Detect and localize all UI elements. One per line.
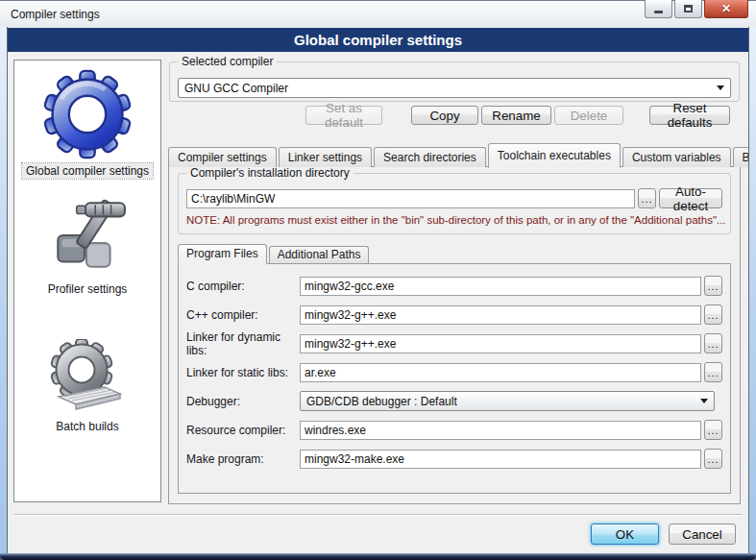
maximize-button[interactable] xyxy=(674,0,702,18)
c-compiler-input[interactable] xyxy=(300,277,701,296)
resource-compiler-input[interactable] xyxy=(300,421,701,440)
c-compiler-browse-button[interactable]: ... xyxy=(704,276,722,296)
tab-compiler-settings[interactable]: Compiler settings xyxy=(168,147,277,167)
close-button[interactable]: ✕ xyxy=(704,0,748,18)
subtab-additional-paths[interactable]: Additional Paths xyxy=(269,246,370,263)
minimize-button[interactable] xyxy=(645,0,672,18)
selected-compiler-group-label: Selected compiler xyxy=(178,55,277,68)
window-frame-left xyxy=(0,27,8,560)
window-title: Compiler settings xyxy=(11,8,100,21)
debugger-select-value: GDB/CDB debugger : Default xyxy=(306,395,457,408)
copy-button[interactable]: Copy xyxy=(411,106,478,125)
program-files-subtabs: Program Files Additional Paths xyxy=(178,244,371,263)
settings-category-sidebar: Global compiler settings xyxy=(13,60,161,502)
rename-button[interactable]: Rename xyxy=(481,106,551,125)
program-files-panel: C compiler: ... C++ compiler: ... Linker… xyxy=(178,263,731,494)
chevron-down-icon xyxy=(717,85,724,90)
installation-directory-input[interactable] xyxy=(186,189,635,208)
chevron-down-icon xyxy=(700,399,708,403)
field-label: C compiler: xyxy=(186,280,300,293)
selected-compiler-group: Selected compiler GNU GCC Compiler xyxy=(169,61,740,102)
auto-detect-button[interactable]: Auto-detect xyxy=(659,188,722,208)
ok-button[interactable]: OK xyxy=(591,523,659,545)
make-program-input[interactable] xyxy=(300,450,701,469)
window-frame-right xyxy=(748,27,756,560)
linker-static-input[interactable] xyxy=(300,363,701,382)
sidebar-item-label: Profiler settings xyxy=(44,281,132,297)
compiler-select[interactable]: GNU GCC Compiler xyxy=(178,78,731,98)
cpp-compiler-input[interactable] xyxy=(300,305,701,325)
field-row-linker-dynamic: Linker for dynamic libs: ... xyxy=(186,333,722,353)
resource-compiler-browse-button[interactable]: ... xyxy=(704,420,722,440)
installation-directory-row: ... Auto-detect xyxy=(186,188,722,208)
blue-gear-icon xyxy=(41,68,134,160)
set-as-default-button[interactable]: Set as default xyxy=(305,106,382,125)
window-controls: ✕ xyxy=(643,0,748,18)
tab-search-directories[interactable]: Search directories xyxy=(374,147,486,167)
installation-directory-note: NOTE: All programs must exist either in … xyxy=(186,214,726,226)
field-row-debugger: Debugger: GDB/CDB debugger : Default xyxy=(186,391,722,411)
field-label: Resource compiler: xyxy=(186,424,300,437)
tab-custom-variables[interactable]: Custom variables xyxy=(622,147,731,167)
compiler-settings-dialog: Compiler settings ✕ Global compiler sett… xyxy=(0,0,756,560)
sidebar-item-profiler-settings[interactable]: Profiler settings xyxy=(14,196,160,297)
subtab-program-files[interactable]: Program Files xyxy=(178,244,267,264)
compiler-select-value: GNU GCC Compiler xyxy=(184,82,288,95)
field-row-cpp-compiler: C++ compiler: ... xyxy=(186,304,722,325)
installation-directory-browse-button[interactable]: ... xyxy=(638,188,656,208)
field-row-make-program: Make program: ... xyxy=(186,449,722,469)
field-label: C++ compiler: xyxy=(186,308,300,322)
toolchain-executables-panel: Compiler's installation directory ... Au… xyxy=(168,166,741,504)
profiler-caliper-icon xyxy=(46,196,129,279)
sidebar-item-label: Batch builds xyxy=(52,419,122,434)
close-icon: ✕ xyxy=(721,3,731,14)
dialog-footer-buttons: OK Cancel xyxy=(591,523,736,545)
linker-static-browse-button[interactable]: ... xyxy=(704,362,722,382)
field-label: Make program: xyxy=(186,452,300,466)
cancel-button[interactable]: Cancel xyxy=(669,523,736,545)
batch-builds-gear-icon xyxy=(49,339,126,416)
dialog-client-area: Global compiler settings xyxy=(8,27,748,553)
linker-dynamic-input[interactable] xyxy=(300,334,701,353)
cpp-compiler-browse-button[interactable]: ... xyxy=(704,304,722,325)
tab-linker-settings[interactable]: Linker settings xyxy=(279,147,372,167)
field-row-linker-static: Linker for static libs: ... xyxy=(186,362,722,382)
field-label: Linker for static libs: xyxy=(186,366,300,379)
make-program-browse-button[interactable]: ... xyxy=(704,449,722,469)
installation-directory-group: Compiler's installation directory ... Au… xyxy=(178,173,731,234)
minimize-icon xyxy=(654,11,663,13)
settings-tabstrip: Compiler settings Linker settings Search… xyxy=(168,140,741,167)
linker-dynamic-browse-button[interactable]: ... xyxy=(704,333,722,353)
window-frame-bottom xyxy=(0,553,756,560)
settings-main-area: Selected compiler GNU GCC Compiler Set a… xyxy=(168,61,741,542)
field-label: Linker for dynamic libs: xyxy=(186,330,300,357)
field-label: Debugger: xyxy=(186,395,300,408)
reset-defaults-button[interactable]: Reset defaults xyxy=(649,106,730,125)
sidebar-item-batch-builds[interactable]: Batch builds xyxy=(14,339,160,434)
sidebar-item-label: Global compiler settings xyxy=(22,163,153,179)
delete-button[interactable]: Delete xyxy=(554,106,623,125)
installation-directory-group-label: Compiler's installation directory xyxy=(186,166,354,180)
compiler-action-buttons: Set as default Copy Rename Delete Reset … xyxy=(168,106,741,125)
debugger-select[interactable]: GDB/CDB debugger : Default xyxy=(300,391,715,411)
sidebar-item-global-compiler-settings[interactable]: Global compiler settings xyxy=(14,68,160,179)
maximize-icon xyxy=(684,5,693,12)
footer-separator xyxy=(13,514,743,516)
field-row-c-compiler: C compiler: ... xyxy=(186,276,722,296)
page-title: Global compiler settings xyxy=(8,28,748,52)
tab-toolchain-executables[interactable]: Toolchain executables xyxy=(488,143,621,168)
field-row-resource-compiler: Resource compiler: ... xyxy=(186,420,722,440)
